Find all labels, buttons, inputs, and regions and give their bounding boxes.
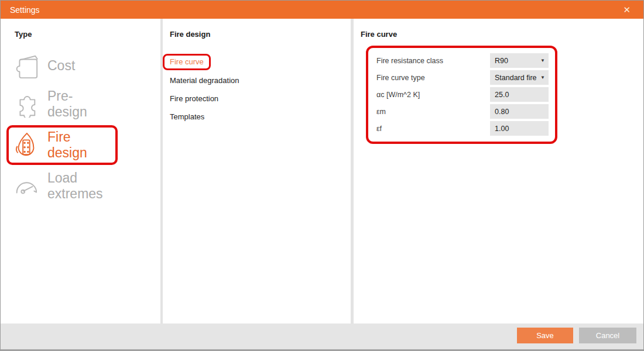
titlebar: Settings ✕ [1,1,643,19]
menu-item-templates[interactable]: Templates [170,112,204,121]
type-column: Type Cost Pre-design [1,19,163,324]
type-heading: Type [15,30,160,39]
flame-column-icon [12,132,39,159]
gauge-icon [12,173,39,199]
puzzle-icon [12,91,39,118]
fire-curve-type-value: Standard fire [495,74,537,82]
sidebar-item-cost[interactable]: Cost [6,48,118,83]
sidebar-item-label: Fire design [47,129,112,161]
menu-item-fire-curve[interactable]: Fire curve [163,54,211,70]
field-label-alpha-c: αc [W/m^2 K] [376,91,490,99]
fire-resistance-class-select[interactable]: R90 ▼ [490,53,549,68]
menu-item-fire-protection[interactable]: Fire protection [170,94,218,103]
fire-resistance-class-value: R90 [495,57,508,65]
fire-curve-type-select[interactable]: Standard fire ▼ [490,70,549,85]
chevron-down-icon: ▼ [540,58,545,63]
window-title: Settings [10,5,40,15]
sidebar-item-pre-design[interactable]: Pre-design [6,84,118,124]
sidebar-item-label: Cost [47,58,75,74]
sidebar-item-label: Load extremes [47,170,112,202]
sidebar-item-label: Pre-design [47,88,112,120]
fire-design-column: Fire design Fire curve Material degradat… [163,19,354,324]
fire-curve-panel: Fire curve Fire resistance class R90 ▼ F… [354,19,643,324]
fire-design-heading: Fire design [170,30,351,39]
settings-dialog: Settings ✕ Type Cost [0,0,644,351]
field-label-epsilon-f: εf [376,125,490,133]
content-area: Type Cost Pre-design [1,19,643,324]
save-button[interactable]: Save [517,328,573,343]
wallet-icon [12,52,39,79]
epsilon-m-input[interactable]: 0.80 [490,104,549,119]
fire-curve-heading: Fire curve [361,30,643,39]
field-label-epsilon-m: εm [376,108,490,116]
field-label-fire-curve-type: Fire curve type [376,74,490,82]
epsilon-f-input[interactable]: 1.00 [490,121,549,136]
dialog-footer: Save Cancel [1,324,643,350]
fire-curve-form: Fire resistance class R90 ▼ Fire curve t… [366,46,557,144]
sidebar-item-load-extremes[interactable]: Load extremes [6,166,118,206]
chevron-down-icon: ▼ [540,75,545,80]
close-icon[interactable]: ✕ [619,4,634,15]
sidebar-item-fire-design[interactable]: Fire design [6,125,118,165]
cancel-button[interactable]: Cancel [579,328,636,343]
field-label-fire-resistance-class: Fire resistance class [376,57,490,65]
alpha-c-input[interactable]: 25.0 [490,87,549,102]
menu-item-material-degradation[interactable]: Material degradation [170,76,239,85]
